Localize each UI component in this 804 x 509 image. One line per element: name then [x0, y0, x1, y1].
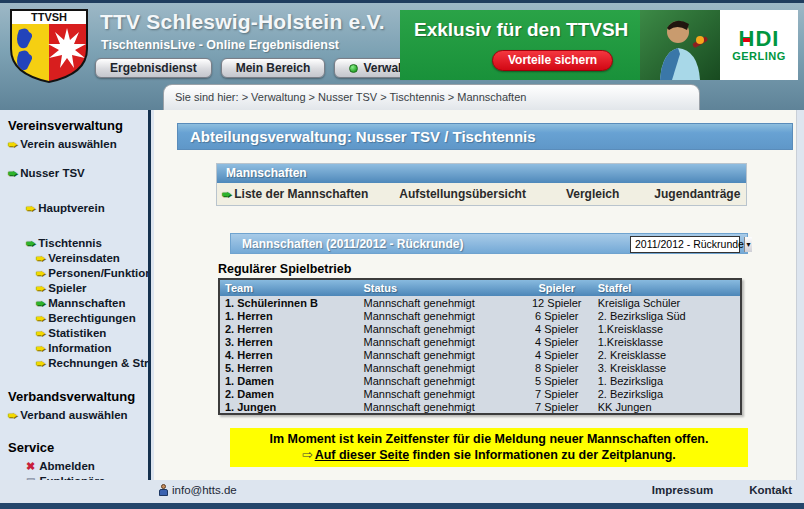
sidebar-item-label: Mannschaften — [48, 297, 125, 309]
green-arrow-icon: ➨ — [8, 167, 17, 180]
hdi-red-dash-icon — [743, 38, 750, 42]
season-select-value: 2011/2012 - Rückrunde — [631, 237, 744, 252]
footer-email-label: info@htts.de — [172, 484, 237, 496]
breadcrumb[interactable]: Sie sind hier: > Verwaltung > Nusser TSV… — [163, 84, 700, 110]
footer-link-impressum[interactable]: Impressum — [652, 484, 713, 496]
cell-staffel: 2. Kreisklasse — [593, 348, 741, 361]
cell-spieler: 6 Spieler — [521, 309, 593, 322]
teams-table: Team Status Spieler Staffel 1. Schülerin… — [218, 278, 742, 415]
cell-team: 1. Herren — [219, 309, 358, 322]
table-tennis-player-photo — [640, 10, 720, 80]
chevron-down-icon[interactable]: ▼ — [744, 237, 752, 252]
cell-team: 2. Herren — [219, 322, 358, 335]
season-select[interactable]: 2011/2012 - Rückrunde ▼ — [630, 236, 740, 253]
nav-button-label: Mein Bereich — [236, 61, 311, 75]
menu-item-liste-der-mannschaften[interactable]: ➨Liste der Mannschaften — [222, 187, 368, 201]
cell-spieler: 4 Spieler — [521, 335, 593, 348]
yellow-arrow-icon: ➨ — [8, 138, 17, 151]
yellow-arrow-icon: ➨ — [36, 327, 45, 340]
main-nav: Ergebnisdienst Mein Bereich Verwaltung — [95, 58, 442, 78]
column-header-team: Team — [219, 279, 358, 296]
user-icon — [158, 484, 168, 496]
sidebar-item-label: Statistiken — [48, 327, 106, 339]
bottom-navy-bar — [0, 503, 804, 509]
table-row: 1. JungenMannschaft genehmigt7 SpielerKK… — [219, 400, 741, 414]
cell-spieler: 4 Spieler — [521, 348, 593, 361]
sidebar-item-label: Berechtigungen — [48, 312, 136, 324]
sidebar-item-abmelden[interactable]: ✖Abmelden — [26, 460, 148, 473]
nav-button-mein-bereich[interactable]: Mein Bereich — [221, 58, 326, 78]
sidebar-item-statistiken[interactable]: ➨Statistiken — [36, 327, 148, 340]
mannschaften-module: Mannschaften ➨Liste der Mannschaften Auf… — [216, 163, 747, 206]
menu-item-vergleich[interactable]: Vergleich — [566, 187, 619, 201]
red-cross-icon: ✖ — [26, 460, 35, 472]
cell-spieler: 4 Spieler — [521, 322, 593, 335]
cell-staffel: 1.Kreisklasse — [593, 335, 741, 348]
nav-button-label: Ergebnisdienst — [110, 61, 197, 75]
table-row: 1. DamenMannschaft genehmigt5 Spieler1. … — [219, 374, 741, 387]
cell-spieler: 12 Spieler — [521, 296, 593, 309]
cell-staffel: Kreisliga Schüler — [593, 296, 741, 309]
sidebar-item-tischtennis[interactable]: ➨Tischtennis — [26, 237, 148, 250]
content-panel: Abteilungsverwaltung: Nusser TSV / Tisch… — [154, 110, 797, 480]
section-title-bar: Abteilungsverwaltung: Nusser TSV / Tisch… — [177, 123, 793, 150]
sidebar-item-label: Spieler — [48, 282, 86, 294]
sidebar-item-rechnungen-strafen[interactable]: ➨Rechnungen & Strafen — [36, 357, 148, 370]
cell-status: Mannschaft genehmigt — [358, 400, 520, 414]
sidebar-item-hauptverein[interactable]: ➨Hauptverein — [26, 202, 148, 215]
sidebar: Vereinsverwaltung ➨Verein auswählen ➨Nus… — [0, 110, 151, 480]
column-header-staffel: Staffel — [593, 279, 741, 296]
sidebar-section-service: Service — [8, 440, 148, 455]
cell-spieler: 5 Spieler — [521, 374, 593, 387]
sidebar-item-berechtigungen[interactable]: ➨Berechtigungen — [36, 312, 148, 325]
sidebar-item-spieler[interactable]: ➨Spieler — [36, 282, 148, 295]
yellow-arrow-icon: ➨ — [36, 252, 45, 265]
notice-line2: ⇨Auf dieser Seite finden sie Information… — [230, 447, 748, 463]
sidebar-item-verband-auswaehlen[interactable]: ➨Verband auswählen — [8, 409, 148, 422]
table-row: 2. DamenMannschaft genehmigt7 Spieler2. … — [219, 387, 741, 400]
footer-links: Impressum Kontakt — [652, 484, 792, 496]
sidebar-item-label: Vereinsdaten — [48, 252, 120, 264]
sidebar-item-label: Information — [48, 342, 111, 354]
cell-team: 2. Damen — [219, 387, 358, 400]
yellow-arrow-icon: ➨ — [8, 409, 17, 422]
notice-line2-rest: finden sie Informationen zu der Zeitplan… — [409, 448, 676, 462]
footer-email-link[interactable]: info@htts.de — [158, 484, 237, 496]
menu-item-aufstellungsuebersicht[interactable]: Aufstellungsübersicht — [399, 187, 526, 201]
sidebar-item-information[interactable]: ➨Information — [36, 342, 148, 355]
sidebar-item-personen-funktionaere[interactable]: ➨Personen/Funktionäre — [36, 267, 148, 280]
svg-text:TTVSH: TTVSH — [31, 11, 67, 23]
sidebar-item-mannschaften[interactable]: ➨Mannschaften — [36, 297, 148, 310]
sponsor-ad-banner[interactable]: Exklusiv für den TTVSH Vorteile sichern … — [400, 10, 798, 80]
notice-link-auf-dieser-seite[interactable]: Auf dieser Seite — [315, 448, 409, 462]
cell-spieler: 7 Spieler — [521, 400, 593, 414]
sidebar-item-label: Verband auswählen — [20, 409, 127, 421]
mannschaften-menu: ➨Liste der Mannschaften Aufstellungsüber… — [217, 183, 746, 205]
column-header-status: Status — [358, 279, 520, 296]
cell-status: Mannschaft genehmigt — [358, 361, 520, 374]
nav-button-ergebnisdienst[interactable]: Ergebnisdienst — [95, 58, 212, 78]
cell-team: 1. Damen — [219, 374, 358, 387]
notice-box: Im Moment ist kein Zeitfenster für die M… — [230, 428, 748, 467]
yellow-arrow-icon: ➨ — [36, 267, 45, 280]
sidebar-item-verein-auswaehlen[interactable]: ➨Verein auswählen — [8, 138, 148, 151]
cell-status: Mannschaft genehmigt — [358, 296, 520, 309]
cell-status: Mannschaft genehmigt — [358, 348, 520, 361]
cell-spieler: 7 Spieler — [521, 387, 593, 400]
main-area: Vereinsverwaltung ➨Verein auswählen ➨Nus… — [0, 110, 804, 503]
table-row: 1. HerrenMannschaft genehmigt6 Spieler2.… — [219, 309, 741, 322]
cell-team: 5. Herren — [219, 361, 358, 374]
menu-item-jugendantraege[interactable]: Jugendanträge — [654, 187, 740, 201]
sidebar-item-label: Personen/Funktionäre — [48, 267, 151, 279]
sidebar-item-vereinsdaten[interactable]: ➨Vereinsdaten — [36, 252, 148, 265]
ad-cta-button[interactable]: Vorteile sichern — [492, 50, 613, 71]
ad-headline: Exklusiv für den TTVSH — [414, 19, 628, 41]
notice-line1: Im Moment ist kein Zeitfenster für die M… — [230, 431, 748, 447]
sidebar-item-label: Nusser TSV — [20, 167, 85, 179]
mannschaften-module-header: Mannschaften — [217, 164, 746, 183]
sidebar-item-nusser-tsv[interactable]: ➨Nusser TSV — [8, 167, 148, 180]
hdi-logo-text: HDI — [739, 28, 780, 50]
cell-status: Mannschaft genehmigt — [358, 387, 520, 400]
footer-link-kontakt[interactable]: Kontakt — [749, 484, 792, 496]
season-header-label: Mannschaften (2011/2012 - Rückrunde) — [242, 237, 463, 251]
